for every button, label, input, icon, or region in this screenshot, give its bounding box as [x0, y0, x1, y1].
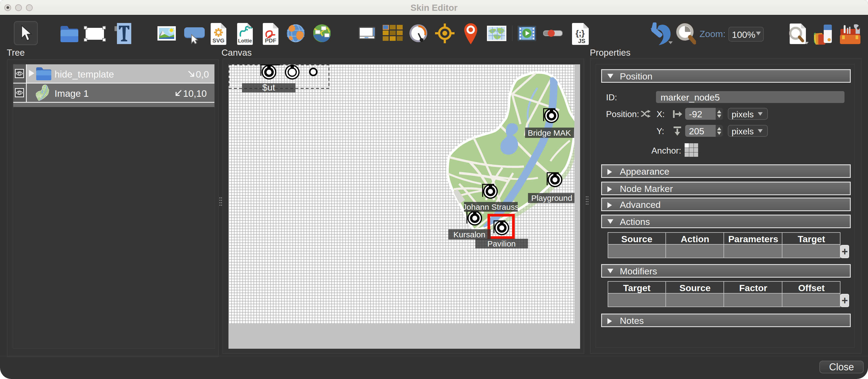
svg-text:Bridge MAK: Bridge MAK [528, 128, 571, 137]
svg-text:{;}: {;} [576, 29, 585, 37]
svg-text:SVG: SVG [213, 37, 224, 43]
svg-text:Johann Strauss: Johann Strauss [463, 202, 519, 211]
svg-text:JS: JS [578, 37, 586, 44]
svg-text:$ut: $ut [262, 82, 275, 92]
svg-text:PDF: PDF [265, 37, 276, 43]
svg-text:Playground: Playground [531, 194, 572, 202]
svg-text:Lottie: Lottie [238, 38, 252, 43]
svg-text:Kursalon: Kursalon [454, 230, 485, 239]
svg-text:Pavilion: Pavilion [487, 239, 516, 248]
